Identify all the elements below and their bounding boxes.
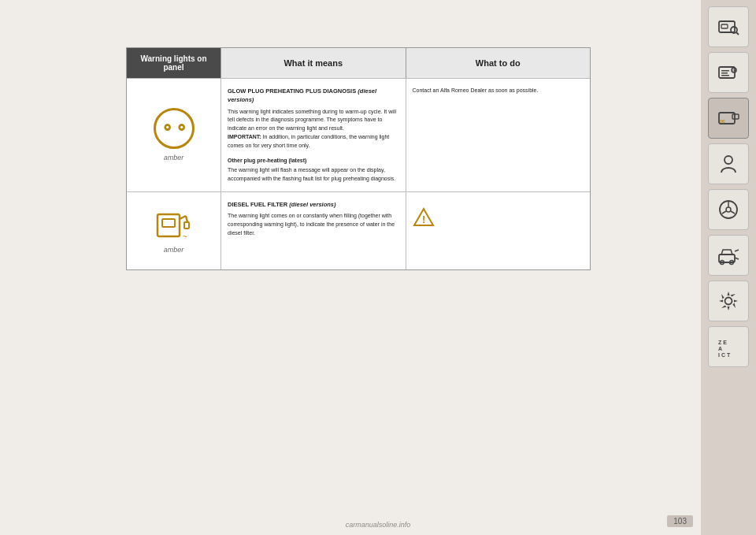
svg-text:Z  E: Z E	[718, 340, 727, 345]
row2-todo-cell: !	[406, 192, 591, 269]
svg-rect-15	[721, 70, 729, 72]
car-tools-icon	[717, 243, 740, 267]
warning-table: Warning lights on panel What it means Wh…	[126, 47, 591, 270]
svg-rect-19	[732, 114, 739, 119]
settings-icon	[717, 289, 740, 313]
col-means-header: What it means	[221, 48, 406, 78]
svg-rect-1	[162, 219, 175, 227]
svg-text:I C T: I C T	[718, 352, 731, 358]
svg-line-25	[722, 211, 726, 214]
fuel-icon-svg: ~	[154, 208, 194, 241]
sidebar-item-car-tools[interactable]	[708, 235, 749, 276]
row2-icon-cell: ~ amber	[127, 192, 221, 269]
col-panel-header: Warning lights on panel	[127, 48, 221, 78]
svg-rect-11	[721, 24, 728, 28]
sidebar-item-settings[interactable]	[708, 281, 749, 321]
svg-line-26	[731, 211, 735, 214]
svg-point-21	[724, 156, 732, 164]
row2-means-title: DIESEL FUEL FILTER (diesel versions)	[228, 200, 399, 209]
table-row: ⚬⚬ amber GLOW PLUG PREHEATING PLUS DIAGN…	[127, 78, 590, 191]
svg-text:!: !	[422, 214, 425, 225]
svg-line-3	[186, 216, 187, 222]
svg-line-10	[736, 32, 739, 35]
search-car-icon	[717, 15, 740, 39]
table-header: Warning lights on panel What it means Wh…	[127, 48, 590, 78]
col-panel-label: Warning lights on panel	[140, 54, 206, 72]
row2-alert-icon: !	[413, 206, 584, 228]
svg-point-23	[726, 207, 731, 212]
row1-todo-cell: Contact an Alfa Romeo Dealer as soon as …	[406, 79, 591, 191]
steering-icon	[717, 198, 740, 221]
row2-icon-label: amber	[164, 246, 184, 254]
svg-point-32	[725, 298, 732, 305]
row2-means-cell: DIESEL FUEL FILTER (diesel versions) The…	[221, 192, 406, 269]
table-row-2: ~ amber DIESEL FUEL FILTER (diesel versi…	[127, 191, 590, 269]
sidebar-item-index[interactable]: Z E A I C T	[708, 326, 749, 367]
info-icon: i	[717, 61, 740, 84]
row1-icon-cell: ⚬⚬ amber	[127, 79, 221, 191]
svg-text:A: A	[718, 346, 722, 351]
watermark: carmanualsoline.info	[346, 521, 411, 529]
main-content: Warning lights on panel What it means Wh…	[0, 0, 756, 535]
svg-line-30	[735, 250, 739, 251]
col-todo-header: What to do	[406, 48, 591, 78]
sidebar-item-info[interactable]: i	[708, 52, 749, 93]
row1-todo-text: Contact an Alfa Romeo Dealer as soon as …	[413, 87, 584, 95]
row1-means-cell: GLOW PLUG PREHEATING PLUS DIAGNOSIS (die…	[221, 79, 406, 191]
sidebar-item-person[interactable]	[708, 143, 749, 184]
row1-means-body: This warning light indicates something d…	[228, 108, 399, 150]
glow-plug-icon: ⚬⚬	[154, 108, 195, 149]
page-container: Warning lights on panel What it means Wh…	[0, 0, 756, 535]
fuel-filter-icon: ~	[154, 208, 194, 241]
row2-means-body: The warning light comes on or constantly…	[228, 212, 399, 238]
sidebar-item-search[interactable]	[708, 6, 749, 47]
svg-rect-17	[721, 75, 729, 76]
svg-text:i: i	[732, 68, 734, 72]
svg-rect-0	[158, 214, 180, 236]
index-icon: Z E A I C T	[715, 333, 742, 360]
row1-means-title: GLOW PLUG PREHEATING PLUS DIAGNOSIS (die…	[228, 87, 399, 105]
svg-text:✉: ✉	[720, 118, 725, 125]
sidebar-item-warning-lights[interactable]: ✉	[708, 98, 749, 139]
sidebar: i ✉	[701, 0, 756, 535]
sidebar-item-steering[interactable]	[708, 189, 749, 230]
row1-icon-label: amber	[164, 154, 184, 162]
svg-text:~: ~	[183, 232, 187, 241]
person-icon	[717, 152, 740, 176]
col-means-label: What it means	[284, 58, 343, 68]
row1-means-section2: Other plug pre-heating (latest) The warn…	[228, 157, 399, 184]
svg-rect-16	[721, 72, 728, 74]
col-todo-label: What to do	[476, 58, 521, 68]
page-number: 103	[667, 515, 693, 527]
warning-lights-icon: ✉	[717, 106, 740, 130]
svg-rect-4	[184, 222, 189, 228]
